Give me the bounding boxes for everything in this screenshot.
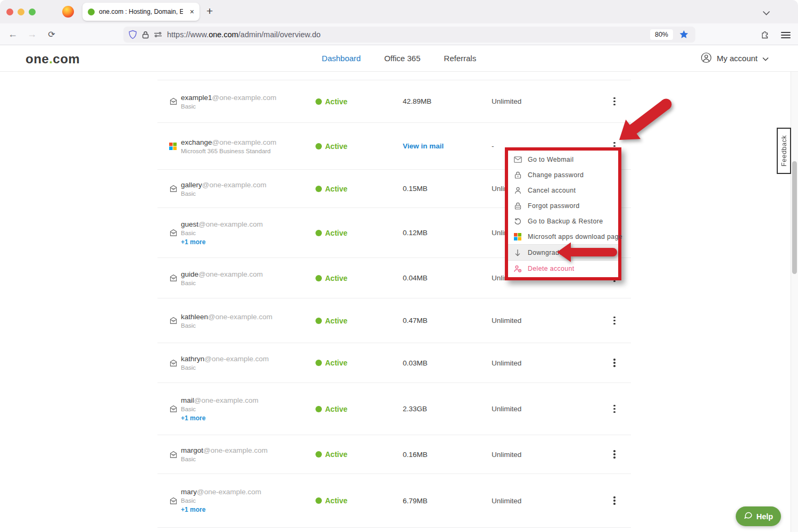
- more-aliases-link[interactable]: +1 more: [181, 414, 205, 422]
- url-prefix: https://www.: [167, 30, 209, 39]
- browser-tab[interactable]: one.com : Hosting, Domain, Ema ×: [82, 3, 200, 21]
- size-cell: 0.12MB: [403, 229, 492, 237]
- account-type-icon: [157, 274, 181, 282]
- lock-icon: [513, 171, 522, 179]
- status-cell: Active: [315, 142, 403, 151]
- menu-item-change-password[interactable]: Change password: [508, 167, 618, 182]
- kebab-cell: [598, 402, 631, 416]
- firefox-icon[interactable]: [62, 6, 74, 18]
- account-type-icon: [157, 229, 181, 237]
- plan-label: Basic: [181, 280, 315, 286]
- person-icon: [513, 186, 522, 195]
- menu-item-downgrade[interactable]: Downgrade: [508, 245, 618, 260]
- status-dot: [315, 406, 322, 412]
- nav-item-referrals[interactable]: Referrals: [444, 54, 476, 63]
- status-cell: Active: [315, 229, 403, 237]
- email-cell: guest@one-example.com Basic +1 more: [181, 220, 315, 246]
- plan-label: Basic: [181, 497, 315, 504]
- size-cell: 0.16MB: [403, 451, 492, 459]
- row-kebab-menu-icon[interactable]: [609, 314, 620, 328]
- permissions-icon[interactable]: [154, 31, 162, 38]
- email-cell: mary@one-example.com Basic +1 more: [181, 488, 315, 513]
- hamburger-menu-icon[interactable]: [781, 30, 791, 40]
- minimize-window-button[interactable]: [18, 9, 24, 15]
- url-bar[interactable]: https://www.one.com/admin/mail/overview.…: [123, 27, 695, 43]
- maximize-window-button[interactable]: [29, 9, 36, 15]
- plan-label: Microsoft 365 Business Standard: [181, 148, 315, 154]
- menu-item-label: Microsoft apps download page: [528, 233, 622, 240]
- menu-item-go-to-backup-restore[interactable]: Go to Backup & Restore: [508, 213, 618, 229]
- new-tab-button[interactable]: +: [206, 5, 213, 18]
- view-in-mail-link[interactable]: View in mail: [403, 142, 444, 150]
- status-dot: [315, 497, 322, 504]
- more-aliases-link[interactable]: +1 more: [181, 506, 205, 513]
- nav-item-office-365[interactable]: Office 365: [384, 54, 420, 63]
- email-cell: example1@one-example.com Basic: [181, 94, 315, 110]
- tab-close-icon[interactable]: ×: [190, 8, 194, 15]
- email-address: guest@one-example.com: [181, 220, 315, 228]
- zoom-level-badge[interactable]: 80%: [650, 29, 673, 40]
- close-window-button[interactable]: [6, 9, 13, 15]
- reload-button[interactable]: ⟳: [43, 23, 60, 45]
- https-lock-icon[interactable]: [142, 31, 149, 39]
- url-text[interactable]: https://www.one.com/admin/mail/overview.…: [167, 30, 321, 39]
- menu-item-go-to-webmail[interactable]: Go to Webmail: [508, 152, 618, 167]
- feedback-tab[interactable]: Feedback: [777, 128, 791, 174]
- tab-title: one.com : Hosting, Domain, Ema: [99, 8, 183, 15]
- menu-item-cancel-account[interactable]: Cancel account: [508, 182, 618, 198]
- size-cell: 0.47MB: [403, 317, 492, 325]
- menu-item-label: Cancel account: [528, 187, 576, 194]
- email-cell: guide@one-example.com Basic: [181, 270, 315, 286]
- row-kebab-menu-icon[interactable]: [609, 494, 620, 508]
- browser-window: one.com : Hosting, Domain, Ema × + ← → ⟳…: [0, 0, 798, 532]
- help-button[interactable]: Help: [736, 506, 781, 526]
- email-address: mail@one-example.com: [181, 396, 315, 404]
- kebab-cell: [598, 314, 631, 328]
- email-cell: gallery@one-example.com Basic: [181, 181, 315, 197]
- plan-label: Basic: [181, 230, 315, 236]
- status-dot: [315, 230, 322, 236]
- back-button[interactable]: ←: [4, 23, 21, 45]
- plan-label: Basic: [181, 406, 315, 412]
- url-domain: one.com: [209, 30, 238, 39]
- table-row-kathryn: kathryn@one-example.com Basic Active 0.0…: [157, 343, 631, 383]
- main-nav: Dashboard Office 365 Referrals: [0, 45, 798, 71]
- bookmark-star-icon[interactable]: [679, 30, 688, 39]
- scrollbar-thumb[interactable]: [792, 161, 797, 274]
- row-kebab-menu-icon[interactable]: [609, 356, 620, 370]
- menu-item-delete-account[interactable]: Delete account: [508, 261, 618, 276]
- tracking-protection-shield-icon[interactable]: [128, 30, 137, 39]
- size-cell: 6.79MB: [403, 497, 492, 505]
- status-dot: [315, 98, 322, 105]
- forward-button[interactable]: →: [23, 23, 40, 45]
- status-cell: Active: [315, 274, 403, 282]
- row-kebab-menu-icon[interactable]: [609, 402, 620, 416]
- status-dot: [315, 143, 322, 149]
- more-aliases-link[interactable]: +1 more: [181, 238, 205, 246]
- scrollbar-track[interactable]: [791, 72, 798, 532]
- row-kebab-menu-icon[interactable]: [609, 95, 620, 109]
- status-dot: [315, 186, 322, 192]
- menu-item-label: Go to Backup & Restore: [528, 218, 603, 225]
- tab-overflow-chevron-icon[interactable]: [762, 8, 770, 18]
- size-cell: 2.33GB: [403, 405, 492, 413]
- email-cell: exchange@one-example.com Microsoft 365 B…: [181, 138, 315, 154]
- menu-item-forgot-password[interactable]: Forgot password: [508, 198, 618, 213]
- nav-item-dashboard[interactable]: Dashboard: [322, 54, 361, 63]
- row-kebab-menu-icon[interactable]: [609, 447, 620, 461]
- email-address: example1@one-example.com: [181, 94, 315, 102]
- email-cell: mail@one-example.com Basic +1 more: [181, 396, 315, 422]
- status-dot: [315, 318, 322, 324]
- size-cell: 0.04MB: [403, 274, 492, 282]
- menu-item-microsoft-apps-download-page[interactable]: Microsoft apps download page: [508, 229, 618, 244]
- status-cell: Active: [315, 97, 403, 106]
- email-address: guide@one-example.com: [181, 270, 315, 278]
- webmail-icon: [513, 155, 522, 164]
- my-account-menu[interactable]: My account: [701, 45, 769, 71]
- help-label: Help: [757, 512, 773, 521]
- status-label: Active: [325, 359, 347, 367]
- quota-cell: Unlimited: [492, 497, 598, 505]
- extensions-puzzle-icon[interactable]: [761, 29, 770, 41]
- plan-label: Basic: [181, 456, 315, 462]
- status-label: Active: [325, 229, 347, 237]
